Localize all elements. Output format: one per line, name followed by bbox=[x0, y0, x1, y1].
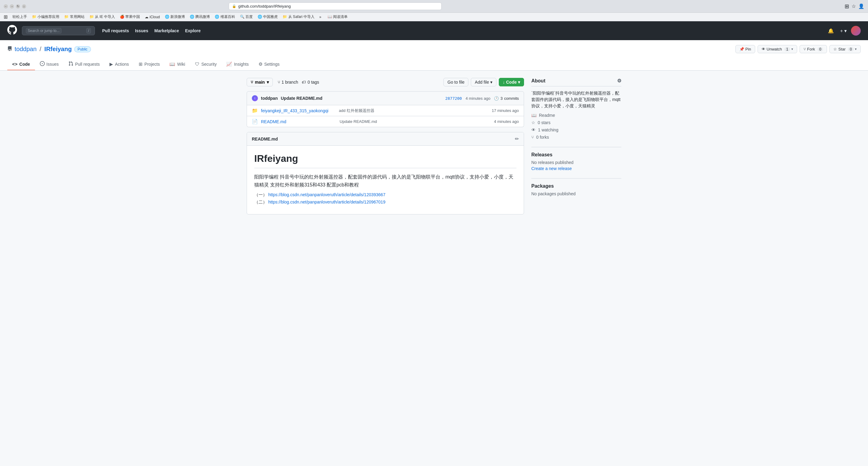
fork-button[interactable]: ⑂ Fork 0 bbox=[800, 45, 827, 53]
commit-hash[interactable]: 2877200 bbox=[445, 96, 462, 101]
tab-pull-requests[interactable]: Pull requests bbox=[64, 58, 104, 70]
user-avatar[interactable] bbox=[851, 26, 861, 36]
user-profile-icon[interactable]: 👤 bbox=[858, 3, 864, 9]
edit-readme-button[interactable]: ✏ bbox=[515, 136, 519, 142]
unwatch-caret-icon[interactable]: ▾ bbox=[792, 47, 793, 51]
list-prefix-2: （二） bbox=[254, 199, 267, 205]
readme-link-2[interactable]: https://blog.csdn.net/panpanloveruth/art… bbox=[268, 199, 385, 205]
pin-button[interactable]: 📌 Pin bbox=[735, 45, 755, 53]
unwatch-count: 1 bbox=[784, 47, 790, 52]
star-icon: ☆ bbox=[833, 47, 837, 52]
notifications-button[interactable]: 🔔 bbox=[826, 26, 836, 36]
sidebar-watching[interactable]: 👁 1 watching bbox=[531, 127, 621, 132]
unwatch-button[interactable]: 👁 Unwatch 1 ▾ bbox=[757, 45, 797, 53]
file-commit-message: Update README.md bbox=[340, 119, 491, 124]
star-count: 0 bbox=[848, 47, 854, 52]
forward-button[interactable]: → bbox=[10, 4, 14, 8]
bookmark-icon[interactable]: ☆ bbox=[851, 3, 856, 9]
table-row: 📁 feiyangkeji_IR_433_315_yaokongqi add 红… bbox=[247, 105, 524, 116]
nav-issues[interactable]: Issues bbox=[133, 27, 151, 35]
create-release-link[interactable]: Create a new release bbox=[531, 166, 572, 171]
bookmark-item[interactable]: 🌐 新浪微博 bbox=[165, 14, 185, 20]
reading-list-icon[interactable]: 📖 阅读清单 bbox=[328, 14, 348, 20]
tab-wiki[interactable]: 📖 Wiki bbox=[164, 58, 190, 70]
commit-message[interactable]: Update README.md bbox=[281, 96, 322, 101]
tab-insights[interactable]: 📈 Insights bbox=[221, 58, 253, 70]
branch-dropdown-icon: ▾ bbox=[267, 80, 269, 85]
bookmark-item[interactable]: 📁 常用网站 bbox=[64, 14, 84, 20]
readme-sidebar-link[interactable]: Readme bbox=[539, 113, 555, 118]
star-button[interactable]: ☆ Star 0 ▾ bbox=[829, 45, 861, 53]
home-button[interactable]: ⌂ bbox=[22, 4, 26, 8]
fork-count: 0 bbox=[817, 47, 823, 52]
actions-tab-icon: ▶ bbox=[110, 61, 113, 67]
repo-name-link[interactable]: IRfeiyang bbox=[44, 45, 72, 53]
readme-body: IRfeiyang 阳阳学编程 抖音号中玩的红外射频遥控器，配套固件的源代码，接… bbox=[247, 146, 524, 214]
extensions-icon[interactable]: ⊞ bbox=[845, 3, 849, 10]
repo-owner-link[interactable]: toddpan bbox=[14, 45, 36, 53]
tab-issues[interactable]: Issues bbox=[35, 58, 64, 70]
add-file-button[interactable]: Add file ▾ bbox=[471, 78, 496, 86]
sidebar-stars[interactable]: ☆ 0 stars bbox=[531, 120, 621, 125]
tab-code[interactable]: <> Code bbox=[7, 58, 35, 70]
bookmark-item[interactable]: 🔍 百度 bbox=[240, 14, 253, 20]
browser-chrome: ← → ↻ ⌂ 🔒 github.com/toddpan/IRfeiyang ⊞… bbox=[0, 0, 868, 13]
address-bar[interactable]: 🔒 github.com/toddpan/IRfeiyang bbox=[229, 2, 442, 10]
branch-count-icon: ⑂ bbox=[278, 80, 280, 85]
releases-section: Releases No releases published Create a … bbox=[531, 152, 621, 171]
github-logo[interactable] bbox=[7, 25, 17, 36]
go-to-file-button[interactable]: Go to file bbox=[443, 78, 468, 86]
readme-links: （一） https://blog.csdn.net/panpanloveruth… bbox=[254, 192, 517, 205]
bookmark-item[interactable]: ☁ iCloud bbox=[145, 15, 160, 19]
create-button[interactable]: + ▾ bbox=[838, 26, 848, 36]
nav-explore[interactable]: Explore bbox=[183, 27, 203, 35]
commit-author[interactable]: toddpan bbox=[261, 96, 278, 101]
more-bookmarks[interactable]: » bbox=[319, 15, 321, 19]
tab-security[interactable]: 🛡 Security bbox=[190, 58, 222, 70]
commit-count-link[interactable]: 🕐 3 commits bbox=[494, 96, 519, 101]
back-button[interactable]: ← bbox=[4, 4, 8, 8]
file-name-link[interactable]: feiyangkeji_IR_433_315_yaokongqi bbox=[261, 108, 336, 113]
lock-icon: 🔒 bbox=[232, 4, 236, 8]
readme-header: README.md ✏ bbox=[247, 132, 524, 146]
pr-tab-icon bbox=[68, 61, 73, 67]
sidebar-forks[interactable]: ⑂ 0 forks bbox=[531, 135, 621, 139]
pr-tab-label: Pull requests bbox=[75, 62, 100, 67]
refresh-button[interactable]: ↻ bbox=[16, 4, 20, 8]
repo-separator: / bbox=[39, 45, 41, 53]
nav-marketplace[interactable]: Marketplace bbox=[152, 27, 182, 35]
bookmark-item[interactable]: 🌐 维基百科 bbox=[215, 14, 235, 20]
bookmark-item[interactable]: 🌐 腾讯微博 bbox=[190, 14, 210, 20]
wiki-tab-icon: 📖 bbox=[169, 61, 175, 67]
branch-name: main bbox=[255, 80, 265, 85]
search-box[interactable]: Search or jump to... / bbox=[22, 26, 95, 35]
projects-tab-label: Projects bbox=[145, 62, 160, 67]
tab-projects[interactable]: ⊞ Projects bbox=[134, 58, 165, 70]
list-item: （一） https://blog.csdn.net/panpanloveruth… bbox=[254, 192, 517, 198]
insights-tab-icon: 📈 bbox=[226, 61, 232, 67]
branch-count-text: 1 branch bbox=[282, 80, 298, 85]
branch-selector[interactable]: ⑂ main ▾ bbox=[247, 78, 273, 86]
file-name-link[interactable]: README.md bbox=[261, 119, 337, 124]
releases-none-text: No releases published bbox=[531, 160, 621, 165]
bookmark-item[interactable]: 🌐 中国雅虎 bbox=[257, 14, 278, 20]
tags-count-link[interactable]: 🏷 0 tags bbox=[302, 80, 319, 85]
tab-actions[interactable]: ▶ Actions bbox=[104, 58, 134, 70]
bookmark-item[interactable]: 📁 从 Safari 中导入 bbox=[283, 14, 314, 20]
tab-settings[interactable]: ⚙ Settings bbox=[254, 58, 285, 70]
sidebar: About ⚙ `阳阳学编程`抖音号中玩的红外射频遥控器，配套固件的源代码，接入… bbox=[531, 78, 621, 214]
star-caret-icon[interactable]: ▾ bbox=[855, 47, 857, 51]
code-caret-icon: ▾ bbox=[518, 80, 520, 85]
bookmark-item[interactable]: 🍎 苹果中国 bbox=[120, 14, 140, 20]
code-button[interactable]: ↓ Code ▾ bbox=[499, 78, 524, 86]
nav-pull-requests[interactable]: Pull requests bbox=[100, 27, 131, 35]
readme-link-1[interactable]: https://blog.csdn.net/panpanloveruth/art… bbox=[268, 192, 385, 197]
about-settings-icon[interactable]: ⚙ bbox=[617, 78, 621, 84]
github-header: Search or jump to... / Pull requests Iss… bbox=[0, 21, 868, 40]
bookmark-item[interactable]: 📁 从 IE 中导入 bbox=[89, 14, 115, 20]
bookmark-item[interactable]: 📁 小编推荐应用 bbox=[32, 14, 59, 20]
branch-count-link[interactable]: ⑂ 1 branch bbox=[278, 80, 298, 85]
bookmark-item[interactable]: 轻松上手 bbox=[12, 14, 27, 20]
apps-grid-icon[interactable]: ⊞ bbox=[4, 14, 8, 20]
sidebar-readme-link[interactable]: 📖 Readme bbox=[531, 113, 621, 118]
